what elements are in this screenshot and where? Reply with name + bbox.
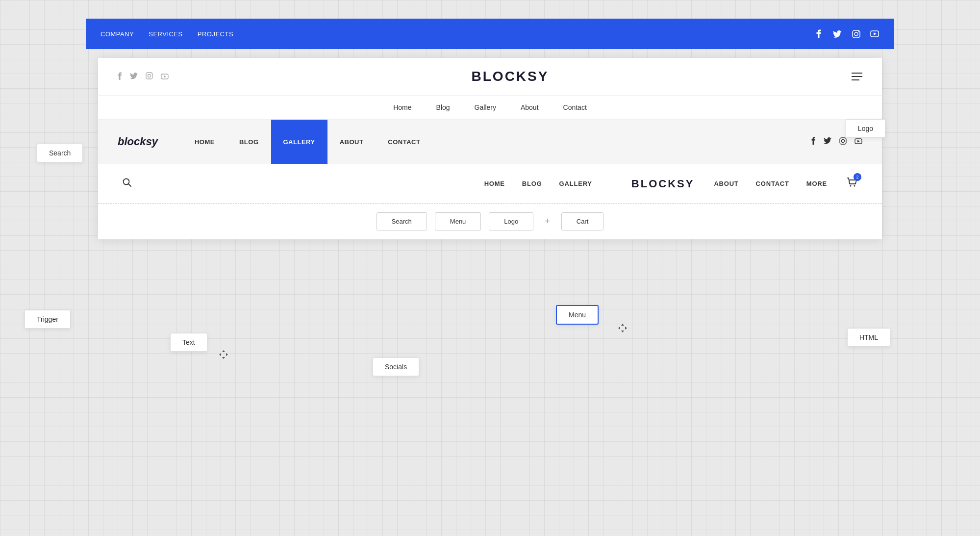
blue-navbar: COMPANY SERVICES PROJECTS [86, 19, 894, 49]
svg-marker-14 [857, 140, 860, 143]
float-logo-label[interactable]: Logo [846, 119, 885, 138]
svg-marker-4 [874, 32, 877, 35]
nav1-gallery[interactable]: Gallery [475, 103, 496, 111]
blue-facebook-icon[interactable] [814, 29, 824, 39]
nav3-more[interactable]: MORE [806, 180, 827, 187]
svg-point-12 [845, 138, 846, 139]
blue-nav-projects[interactable]: PROJECTS [198, 30, 233, 38]
main-wrapper: COMPANY SERVICES PROJECTS [0, 0, 980, 536]
h1-youtube-icon[interactable] [161, 73, 169, 81]
nav3-about[interactable]: ABOUT [714, 180, 738, 187]
nav2-contact[interactable]: CONTACT [376, 120, 432, 164]
svg-point-7 [151, 74, 152, 75]
blue-nav-services[interactable]: SERVICES [149, 30, 183, 38]
h2-youtube-icon[interactable] [854, 137, 862, 146]
nav3-contact[interactable]: CONTACT [756, 180, 789, 187]
header-row-2: blocksy HOME BLOG GALLERY ABOUT CONTACT [98, 120, 882, 164]
svg-line-16 [128, 184, 131, 186]
builder-search-btn[interactable]: Search [377, 212, 427, 230]
float-html-label[interactable]: HTML [847, 328, 890, 347]
nav1-about[interactable]: About [521, 103, 539, 111]
nav3-home[interactable]: HOME [484, 180, 505, 187]
hamburger-icon[interactable] [852, 73, 862, 80]
float-search-label[interactable]: Search [37, 144, 83, 162]
blue-navbar-socials [814, 29, 879, 39]
h1-twitter-icon[interactable] [130, 73, 138, 81]
nav2-gallery[interactable]: GALLERY [271, 120, 327, 164]
header1-logo: BLOCKSY [472, 69, 549, 84]
float-socials-label[interactable]: Socials [373, 357, 419, 376]
nav2-home[interactable]: HOME [182, 120, 227, 164]
header3-nav-left: HOME BLOG GALLERY [484, 180, 592, 187]
nav3-blog[interactable]: BLOG [522, 180, 542, 187]
nav1-contact[interactable]: Contact [563, 103, 587, 111]
builder-cart-btn[interactable]: Cart [561, 212, 604, 230]
header2-socials [811, 137, 862, 147]
blue-twitter-icon[interactable] [832, 29, 842, 39]
move-cursor-text [218, 349, 229, 362]
svg-point-2 [858, 31, 859, 32]
nav-row-1: Home Blog Gallery About Contact [98, 96, 882, 120]
white-panel: BLOCKSY Home Blog Gallery About Contact … [98, 58, 882, 239]
builder-menu-btn[interactable]: Menu [435, 212, 481, 230]
blue-instagram-icon[interactable] [851, 29, 861, 39]
h1-facebook-icon[interactable] [118, 72, 122, 81]
float-trigger-label[interactable]: Trigger [25, 310, 71, 329]
h1-instagram-icon[interactable] [146, 72, 153, 81]
blue-nav-company[interactable]: COMPANY [101, 30, 134, 38]
builder-plus-icon[interactable]: + [537, 216, 557, 227]
svg-rect-0 [853, 30, 860, 38]
cart-icon[interactable]: 2 [847, 177, 857, 190]
header-row-1: BLOCKSY [98, 58, 882, 96]
header3-logo: BLOCKSY [631, 178, 695, 190]
builder-logo-btn[interactable]: Logo [489, 212, 533, 230]
nav1-blog[interactable]: Blog [436, 103, 450, 111]
svg-point-11 [842, 139, 845, 142]
builder-row: Search Menu Logo + Cart [98, 203, 882, 239]
svg-marker-9 [164, 75, 166, 77]
nav3-gallery[interactable]: GALLERY [559, 180, 592, 187]
header1-socials [118, 72, 169, 81]
move-cursor-menu [617, 323, 628, 336]
float-menu-label[interactable]: Menu [556, 305, 599, 325]
h2-facebook-icon[interactable] [811, 137, 816, 147]
nav1-home[interactable]: Home [393, 103, 411, 111]
h2-twitter-icon[interactable] [824, 137, 831, 146]
header3-nav-right: ABOUT CONTACT MORE [714, 180, 827, 187]
blue-youtube-icon[interactable] [870, 29, 879, 39]
header2-logo: blocksy [118, 135, 158, 148]
svg-point-17 [850, 185, 852, 187]
header3-search-icon[interactable] [123, 178, 131, 189]
blue-nav-links: COMPANY SERVICES PROJECTS [101, 30, 233, 38]
hamburger-line-3 [852, 79, 859, 80]
hamburger-line-2 [852, 76, 862, 77]
h2-instagram-icon[interactable] [839, 137, 847, 147]
svg-point-1 [854, 32, 858, 36]
header-row-3: HOME BLOG GALLERY BLOCKSY ABOUT CONTACT … [98, 164, 882, 203]
header2-nav: HOME BLOG GALLERY ABOUT CONTACT [182, 120, 811, 164]
float-text-label[interactable]: Text [170, 333, 207, 352]
svg-point-18 [854, 185, 855, 187]
svg-point-6 [148, 75, 151, 77]
cart-badge: 2 [854, 173, 861, 181]
hamburger-line-1 [852, 73, 862, 74]
nav2-about[interactable]: ABOUT [327, 120, 376, 164]
nav2-blog[interactable]: BLOG [227, 120, 271, 164]
